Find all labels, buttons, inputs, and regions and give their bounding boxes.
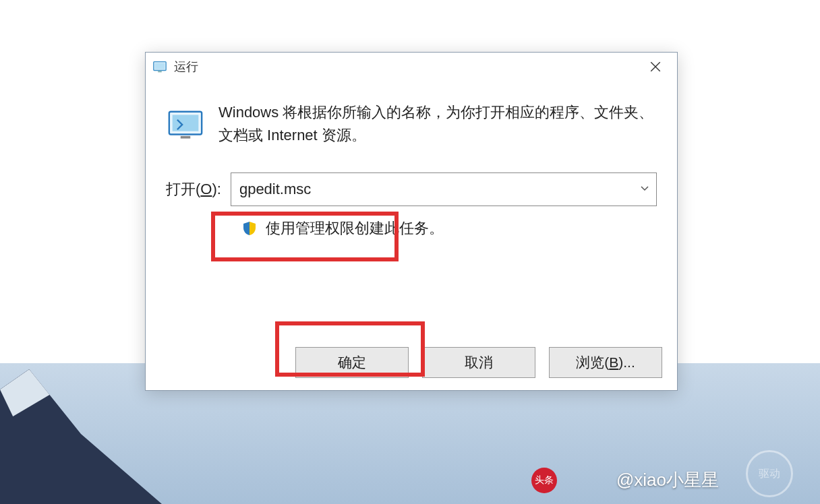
admin-note-text: 使用管理权限创建此任务。 bbox=[266, 218, 444, 239]
svg-rect-1 bbox=[155, 63, 165, 69]
titlebar: 运行 bbox=[146, 53, 677, 81]
watermark-avatar: 头条 bbox=[531, 468, 557, 493]
watermark-text: @xiao小星星 bbox=[616, 468, 719, 492]
browse-button[interactable]: 浏览(B)... bbox=[549, 347, 662, 378]
shield-icon bbox=[241, 220, 258, 237]
cancel-button[interactable]: 取消 bbox=[422, 347, 535, 378]
run-dialog: 运行 Windows 将根据你所输入的名称，为你打开相应的程序、文件夹、文档或 … bbox=[145, 52, 678, 391]
watermark-badge: 驱动 bbox=[746, 450, 793, 497]
dialog-title: 运行 bbox=[174, 59, 641, 75]
description-row: Windows 将根据你所输入的名称，为你打开相应的程序、文件夹、文档或 Int… bbox=[146, 81, 677, 154]
svg-rect-6 bbox=[173, 115, 199, 131]
run-large-icon bbox=[166, 105, 205, 144]
close-icon bbox=[649, 61, 662, 73]
button-row: 确定 取消 浏览(B)... bbox=[295, 347, 662, 378]
close-button[interactable] bbox=[641, 56, 670, 77]
open-input[interactable] bbox=[231, 172, 657, 206]
svg-rect-7 bbox=[181, 136, 191, 139]
open-label: 打开(O): bbox=[166, 179, 221, 199]
open-combobox[interactable] bbox=[231, 172, 657, 206]
svg-rect-2 bbox=[158, 71, 162, 72]
admin-note-row: 使用管理权限创建此任务。 bbox=[146, 206, 677, 239]
ok-button[interactable]: 确定 bbox=[295, 347, 409, 378]
wallpaper-mountain bbox=[0, 369, 162, 504]
description-text: Windows 将根据你所输入的名称，为你打开相应的程序、文件夹、文档或 Int… bbox=[218, 101, 657, 147]
input-row: 打开(O): bbox=[146, 154, 677, 206]
run-icon bbox=[152, 59, 167, 74]
